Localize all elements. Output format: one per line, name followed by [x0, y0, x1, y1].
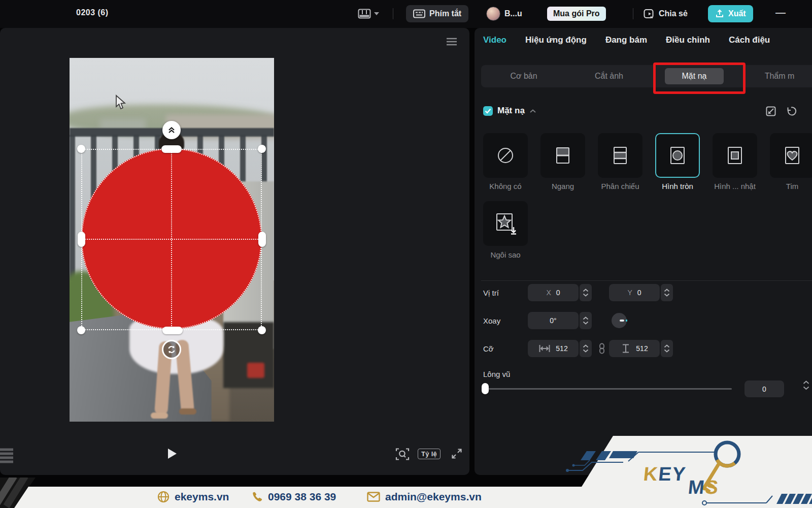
- feather-value-input[interactable]: 0: [745, 380, 784, 397]
- export-icon: [715, 9, 724, 18]
- subtab-beauty[interactable]: Thẩm m: [737, 72, 812, 81]
- export-button[interactable]: Xuất: [708, 5, 753, 22]
- selection-corner-handle[interactable]: [258, 326, 266, 334]
- mask-width-stepper[interactable]: [580, 340, 592, 357]
- shortcuts-label: Phím tắt: [429, 9, 461, 18]
- tutorial-highlight-box: [653, 62, 746, 94]
- preview-menu-button[interactable]: [446, 37, 458, 49]
- mask-option-horizontal[interactable]: [540, 133, 585, 178]
- subtab-crop[interactable]: Cắt ảnh: [566, 72, 652, 81]
- video-canvas[interactable]: [70, 58, 274, 422]
- account-area[interactable]: B...u: [486, 5, 522, 22]
- project-title: 0203 (6): [76, 8, 132, 17]
- chevron-up-icon[interactable]: [529, 109, 536, 113]
- selection-edge-handle-right[interactable]: [258, 232, 266, 247]
- subtab-bar: Cơ bản Cắt ảnh Mặt nạ Thẩm m: [481, 65, 812, 87]
- footer-phone: 0969 38 36 39: [252, 491, 336, 503]
- mask-option-rectangle[interactable]: [713, 133, 757, 178]
- mask-option-circle[interactable]: [655, 133, 700, 178]
- ratio-button[interactable]: Tỷ lệ: [418, 449, 441, 459]
- position-y-input[interactable]: Y 0: [609, 284, 660, 301]
- mask-crosshair-horizontal: [81, 239, 262, 240]
- mask-enabled-checkbox[interactable]: [483, 106, 493, 116]
- mirror-mask-icon: [609, 144, 631, 167]
- tab-stylize[interactable]: Cách điệu: [729, 35, 770, 45]
- mask-option-label: Ngôi sao: [475, 250, 536, 259]
- tab-animation[interactable]: Hiệu ứng động: [525, 35, 587, 45]
- share-icon: [644, 9, 655, 19]
- reset-icon[interactable]: [786, 106, 797, 117]
- keyframe-icon[interactable]: [765, 106, 776, 117]
- feather-drag-handle[interactable]: [162, 121, 181, 139]
- rotation-stepper[interactable]: [580, 312, 592, 329]
- selection-edge-handle-left[interactable]: [78, 232, 85, 247]
- rotate-icon: [166, 344, 177, 355]
- circle-mask-icon: [666, 144, 689, 167]
- mask-option-label: Tim: [762, 182, 812, 190]
- feather-stepper[interactable]: [803, 380, 809, 390]
- selection-edge-handle-top[interactable]: [161, 145, 182, 153]
- upgrade-pro-button[interactable]: Mua gói Pro: [547, 7, 606, 21]
- rotation-dial[interactable]: [612, 313, 627, 328]
- mask-height-input[interactable]: 512: [609, 340, 660, 357]
- height-icon: [621, 343, 631, 354]
- mask-section-title: Mặt nạ: [497, 106, 525, 116]
- check-icon: [485, 108, 491, 114]
- rectangle-mask-icon: [724, 144, 746, 167]
- play-button[interactable]: [166, 448, 178, 462]
- rotate-handle[interactable]: [162, 340, 181, 359]
- subtab-basic[interactable]: Cơ bản: [481, 72, 566, 81]
- rotation-input[interactable]: 0°: [528, 312, 579, 329]
- app-window: 0203 (6) Phím tắt B...u: [0, 0, 812, 508]
- mask-option-label: Hình ... nhật: [704, 182, 765, 190]
- mask-option-mirror[interactable]: [598, 133, 642, 178]
- mask-section-actions: [765, 106, 797, 117]
- width-icon: [538, 343, 551, 354]
- aspect-link-icon[interactable]: [598, 343, 606, 354]
- star-mask-icon: [492, 210, 519, 237]
- position-x-input[interactable]: X 0: [528, 284, 579, 301]
- feather-slider-handle[interactable]: [482, 383, 489, 394]
- feather-slider-track[interactable]: [483, 388, 732, 390]
- rotation-label: Xoay: [483, 316, 500, 325]
- mask-section-header: Mặt nạ: [483, 106, 536, 116]
- share-button[interactable]: Chia sẻ: [644, 5, 688, 22]
- layout-switch-button[interactable]: [358, 5, 379, 22]
- mask-height-stepper[interactable]: [661, 340, 673, 357]
- position-y-stepper[interactable]: [661, 284, 673, 301]
- layout-panels-icon: [358, 9, 371, 19]
- video-person-sandal: [179, 408, 196, 415]
- brand-text-key: KEY: [642, 463, 688, 485]
- selection-corner-handle[interactable]: [77, 145, 85, 153]
- mask-option-label: Ngang: [532, 182, 593, 190]
- selection-edge-handle-bottom[interactable]: [162, 327, 183, 334]
- mask-option-heart[interactable]: [770, 133, 812, 178]
- shortcuts-button[interactable]: Phím tắt: [406, 5, 468, 22]
- tab-adjust[interactable]: Điều chỉnh: [666, 35, 710, 45]
- keyboard-icon: [413, 9, 425, 18]
- play-icon: [166, 448, 178, 460]
- footer-email: admin@ekeyms.vn: [367, 491, 482, 503]
- mask-option-label: Phân chiếu: [590, 182, 651, 190]
- divider: [393, 8, 393, 19]
- selection-corner-handle[interactable]: [77, 326, 85, 334]
- none-mask-icon: [494, 144, 517, 167]
- mask-option-star[interactable]: [483, 201, 528, 246]
- mask-option-label: Không có: [475, 182, 536, 190]
- avatar[interactable]: [486, 7, 500, 21]
- zoom-fit-button[interactable]: [395, 447, 410, 463]
- minimize-button[interactable]: —: [775, 7, 786, 18]
- heart-mask-icon: [781, 144, 803, 167]
- tab-tracking[interactable]: Đang bám: [605, 35, 647, 45]
- phone-icon: [252, 491, 263, 502]
- position-x-stepper[interactable]: [580, 284, 592, 301]
- fullscreen-button[interactable]: [451, 448, 463, 462]
- divider: [633, 8, 633, 19]
- layers-list-icon: [0, 448, 15, 465]
- position-label: Vị trí: [483, 289, 499, 297]
- mask-width-input[interactable]: 512: [528, 340, 579, 357]
- track-list-button[interactable]: [0, 448, 15, 467]
- mask-option-none[interactable]: [483, 133, 528, 178]
- tab-video[interactable]: Video: [483, 35, 506, 45]
- selection-corner-handle[interactable]: [258, 145, 266, 153]
